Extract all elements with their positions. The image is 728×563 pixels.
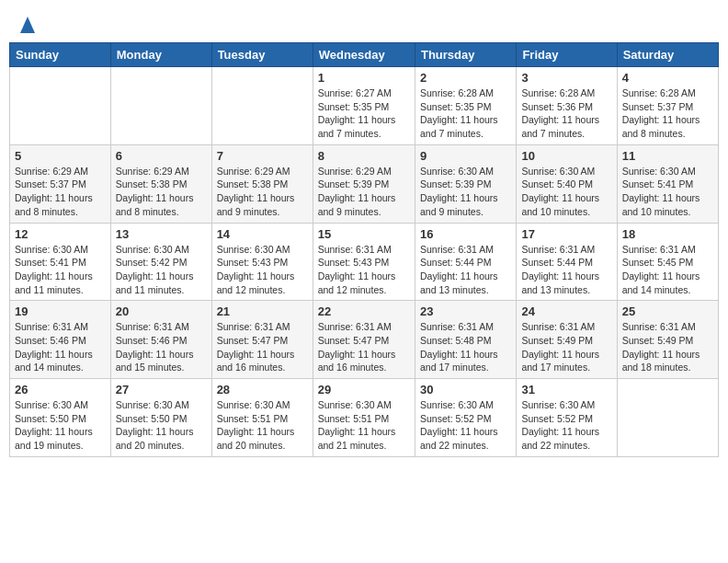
day-number: 3 (521, 71, 611, 85)
day-number: 21 (217, 304, 308, 318)
cell-content: Sunrise: 6:31 AM Sunset: 5:48 PM Dayligh… (420, 320, 511, 374)
day-number: 1 (318, 71, 410, 85)
calendar-cell: 25Sunrise: 6:31 AM Sunset: 5:49 PM Dayli… (617, 301, 718, 379)
cell-content: Sunrise: 6:27 AM Sunset: 5:35 PM Dayligh… (318, 86, 410, 141)
calendar-cell (110, 67, 211, 145)
calendar-cell: 12Sunrise: 6:30 AM Sunset: 5:41 PM Dayli… (10, 223, 111, 301)
cell-content: Sunrise: 6:29 AM Sunset: 5:37 PM Dayligh… (15, 165, 106, 219)
cell-content: Sunrise: 6:30 AM Sunset: 5:52 PM Dayligh… (420, 398, 511, 453)
calendar-body: 1Sunrise: 6:27 AM Sunset: 5:35 PM Daylig… (10, 67, 719, 457)
day-number: 27 (116, 383, 207, 396)
calendar-cell: 31Sunrise: 6:30 AM Sunset: 5:52 PM Dayli… (517, 379, 617, 457)
calendar-cell: 11Sunrise: 6:30 AM Sunset: 5:41 PM Dayli… (617, 144, 718, 223)
calendar-cell (211, 67, 313, 145)
day-number: 13 (116, 227, 207, 241)
day-number: 23 (420, 304, 511, 318)
day-number: 9 (420, 149, 511, 163)
cell-content: Sunrise: 6:28 AM Sunset: 5:35 PM Dayligh… (420, 86, 511, 141)
calendar-cell: 30Sunrise: 6:30 AM Sunset: 5:52 PM Dayli… (415, 379, 516, 457)
calendar-cell: 27Sunrise: 6:30 AM Sunset: 5:50 PM Dayli… (110, 379, 211, 457)
day-number: 8 (318, 149, 410, 163)
day-number: 15 (318, 227, 410, 241)
calendar-cell: 28Sunrise: 6:30 AM Sunset: 5:51 PM Dayli… (211, 379, 313, 457)
cell-content: Sunrise: 6:31 AM Sunset: 5:46 PM Dayligh… (116, 320, 207, 374)
cell-content: Sunrise: 6:30 AM Sunset: 5:51 PM Dayligh… (217, 398, 308, 453)
day-number: 11 (622, 149, 713, 163)
day-number: 7 (217, 149, 308, 163)
day-number: 20 (116, 304, 207, 318)
calendar-cell: 8Sunrise: 6:29 AM Sunset: 5:39 PM Daylig… (313, 144, 415, 223)
weekday-header-row: SundayMondayTuesdayWednesdayThursdayFrid… (10, 43, 719, 67)
calendar-cell: 9Sunrise: 6:30 AM Sunset: 5:39 PM Daylig… (415, 144, 516, 223)
svg-marker-0 (20, 17, 35, 33)
cell-content: Sunrise: 6:31 AM Sunset: 5:44 PM Dayligh… (420, 243, 511, 297)
calendar-cell: 7Sunrise: 6:29 AM Sunset: 5:38 PM Daylig… (211, 144, 313, 223)
day-number: 16 (420, 227, 511, 241)
cell-content: Sunrise: 6:31 AM Sunset: 5:47 PM Dayligh… (318, 320, 410, 374)
calendar-cell: 14Sunrise: 6:30 AM Sunset: 5:43 PM Dayli… (211, 223, 313, 301)
cell-content: Sunrise: 6:30 AM Sunset: 5:50 PM Dayligh… (15, 398, 106, 453)
cell-content: Sunrise: 6:31 AM Sunset: 5:49 PM Dayligh… (622, 320, 713, 374)
weekday-sunday: Sunday (10, 43, 111, 67)
cell-content: Sunrise: 6:30 AM Sunset: 5:43 PM Dayligh… (217, 243, 308, 297)
calendar-week-5: 26Sunrise: 6:30 AM Sunset: 5:50 PM Dayli… (10, 379, 719, 457)
cell-content: Sunrise: 6:30 AM Sunset: 5:51 PM Dayligh… (318, 398, 410, 453)
cell-content: Sunrise: 6:30 AM Sunset: 5:52 PM Dayligh… (521, 398, 611, 453)
day-number: 2 (420, 71, 511, 85)
cell-content: Sunrise: 6:31 AM Sunset: 5:43 PM Dayligh… (318, 243, 410, 297)
logo-triangle-icon (20, 17, 35, 37)
weekday-thursday: Thursday (415, 43, 516, 67)
day-number: 4 (622, 71, 713, 85)
calendar-cell: 24Sunrise: 6:31 AM Sunset: 5:49 PM Dayli… (517, 301, 617, 379)
calendar-cell: 1Sunrise: 6:27 AM Sunset: 5:35 PM Daylig… (313, 67, 415, 145)
calendar-cell: 16Sunrise: 6:31 AM Sunset: 5:44 PM Dayli… (415, 223, 516, 301)
calendar-cell: 10Sunrise: 6:30 AM Sunset: 5:40 PM Dayli… (517, 144, 617, 223)
cell-content: Sunrise: 6:29 AM Sunset: 5:38 PM Dayligh… (116, 165, 207, 219)
calendar-cell: 3Sunrise: 6:28 AM Sunset: 5:36 PM Daylig… (517, 67, 617, 145)
day-number: 6 (116, 149, 207, 163)
day-number: 14 (217, 227, 308, 241)
day-number: 31 (521, 383, 611, 396)
cell-content: Sunrise: 6:31 AM Sunset: 5:45 PM Dayligh… (622, 243, 713, 297)
day-number: 25 (622, 304, 713, 318)
calendar-week-2: 5Sunrise: 6:29 AM Sunset: 5:37 PM Daylig… (10, 144, 719, 223)
calendar-cell: 2Sunrise: 6:28 AM Sunset: 5:35 PM Daylig… (415, 67, 516, 145)
calendar-cell: 17Sunrise: 6:31 AM Sunset: 5:44 PM Dayli… (517, 223, 617, 301)
day-number: 22 (318, 304, 410, 318)
calendar-cell: 23Sunrise: 6:31 AM Sunset: 5:48 PM Dayli… (415, 301, 516, 379)
calendar-cell: 26Sunrise: 6:30 AM Sunset: 5:50 PM Dayli… (10, 379, 111, 457)
calendar-cell: 15Sunrise: 6:31 AM Sunset: 5:43 PM Dayli… (313, 223, 415, 301)
cell-content: Sunrise: 6:28 AM Sunset: 5:36 PM Dayligh… (521, 86, 611, 141)
cell-content: Sunrise: 6:28 AM Sunset: 5:37 PM Dayligh… (622, 86, 713, 141)
calendar-cell: 22Sunrise: 6:31 AM Sunset: 5:47 PM Dayli… (313, 301, 415, 379)
cell-content: Sunrise: 6:31 AM Sunset: 5:44 PM Dayligh… (521, 243, 611, 297)
cell-content: Sunrise: 6:31 AM Sunset: 5:46 PM Dayligh… (15, 320, 106, 374)
day-number: 17 (521, 227, 611, 241)
calendar-table: SundayMondayTuesdayWednesdayThursdayFrid… (9, 42, 719, 457)
day-number: 5 (15, 149, 106, 163)
weekday-saturday: Saturday (617, 43, 718, 67)
day-number: 28 (217, 383, 308, 396)
cell-content: Sunrise: 6:29 AM Sunset: 5:38 PM Dayligh… (217, 165, 308, 219)
day-number: 24 (521, 304, 611, 318)
calendar-week-3: 12Sunrise: 6:30 AM Sunset: 5:41 PM Dayli… (10, 223, 719, 301)
day-number: 12 (15, 227, 106, 241)
cell-content: Sunrise: 6:29 AM Sunset: 5:39 PM Dayligh… (318, 165, 410, 219)
day-number: 26 (15, 383, 106, 396)
day-number: 30 (420, 383, 511, 396)
day-number: 19 (15, 304, 106, 318)
calendar-cell: 20Sunrise: 6:31 AM Sunset: 5:46 PM Dayli… (110, 301, 211, 379)
cell-content: Sunrise: 6:30 AM Sunset: 5:41 PM Dayligh… (622, 165, 713, 219)
cell-content: Sunrise: 6:30 AM Sunset: 5:42 PM Dayligh… (116, 243, 207, 297)
calendar-cell: 13Sunrise: 6:30 AM Sunset: 5:42 PM Dayli… (110, 223, 211, 301)
weekday-wednesday: Wednesday (313, 43, 415, 67)
calendar-cell: 4Sunrise: 6:28 AM Sunset: 5:37 PM Daylig… (617, 67, 718, 145)
cell-content: Sunrise: 6:30 AM Sunset: 5:41 PM Dayligh… (15, 243, 106, 297)
cell-content: Sunrise: 6:30 AM Sunset: 5:39 PM Dayligh… (420, 165, 511, 219)
day-number: 18 (622, 227, 713, 241)
calendar-cell: 6Sunrise: 6:29 AM Sunset: 5:38 PM Daylig… (110, 144, 211, 223)
calendar-cell: 18Sunrise: 6:31 AM Sunset: 5:45 PM Dayli… (617, 223, 718, 301)
page-header (9, 9, 719, 39)
day-number: 10 (521, 149, 611, 163)
calendar-cell (617, 379, 718, 457)
